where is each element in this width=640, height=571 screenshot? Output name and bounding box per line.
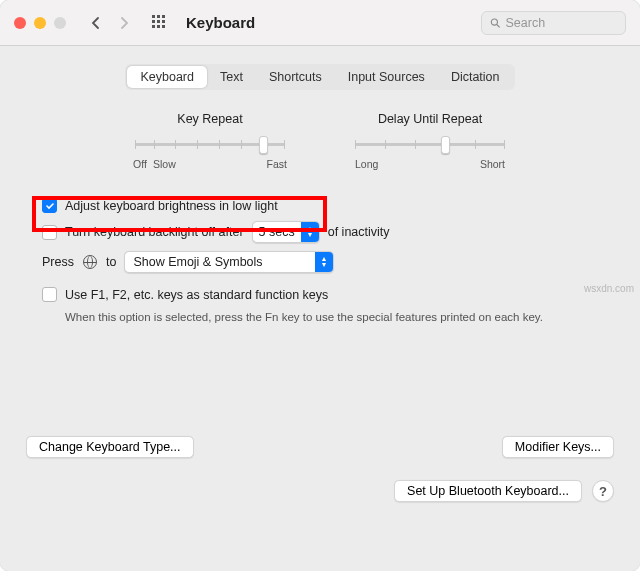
tick-off: Off (133, 158, 147, 170)
fn-keys-row: Use F1, F2, etc. keys as standard functi… (42, 287, 614, 302)
delay-repeat-label: Delay Until Repeat (378, 112, 482, 126)
backlight-off-label: Turn keyboard backlight off after (65, 225, 244, 239)
globe-action-value: Show Emoji & Symbols (125, 255, 270, 269)
page-title: Keyboard (186, 14, 255, 31)
tab-text[interactable]: Text (207, 66, 256, 88)
modifier-keys-button[interactable]: Modifier Keys... (502, 436, 614, 458)
setup-bluetooth-button[interactable]: Set Up Bluetooth Keyboard... (394, 480, 582, 502)
to-label: to (106, 255, 116, 269)
tick-fast: Fast (267, 158, 287, 170)
key-repeat-label: Key Repeat (177, 112, 242, 126)
tab-bar: Keyboard Text Shortcuts Input Sources Di… (26, 64, 614, 90)
search-input[interactable] (506, 16, 617, 30)
adjust-brightness-checkbox[interactable] (42, 198, 57, 213)
show-all-button[interactable] (148, 11, 172, 35)
key-repeat-slider[interactable] (135, 136, 285, 154)
fn-keys-label: Use F1, F2, etc. keys as standard functi… (65, 288, 328, 302)
backlight-duration-value: 5 secs (253, 225, 301, 239)
chevron-updown-icon: ▴▾ (301, 222, 319, 242)
backlight-off-checkbox[interactable] (42, 225, 57, 240)
watermark: wsxdn.com (584, 283, 634, 294)
press-label: Press (42, 255, 74, 269)
tab-dictation[interactable]: Dictation (438, 66, 513, 88)
sliders-row: Key Repeat Off Slow Fast Delay Until Rep… (26, 112, 614, 172)
tab-keyboard[interactable]: Keyboard (127, 66, 207, 88)
delay-repeat-group: Delay Until Repeat Long Short (355, 112, 505, 172)
tab-input-sources[interactable]: Input Sources (335, 66, 438, 88)
content-area: Keyboard Text Shortcuts Input Sources Di… (0, 46, 640, 520)
svg-line-1 (497, 24, 500, 27)
forward-button[interactable] (112, 11, 136, 35)
minimize-window-button[interactable] (34, 17, 46, 29)
tick-short: Short (480, 158, 505, 170)
key-repeat-group: Key Repeat Off Slow Fast (135, 112, 285, 172)
search-field[interactable] (481, 11, 626, 35)
svg-point-0 (491, 19, 497, 25)
fn-keys-description: When this option is selected, press the … (65, 310, 575, 326)
search-icon (490, 17, 501, 29)
keyboard-prefs-window: Keyboard Keyboard Text Shortcuts Input S… (0, 0, 640, 571)
globe-icon (83, 255, 97, 269)
titlebar: Keyboard (0, 0, 640, 46)
footer-row-2: Set Up Bluetooth Keyboard... ? (26, 480, 614, 502)
backlight-off-suffix: of inactivity (328, 225, 390, 239)
fn-keys-checkbox[interactable] (42, 287, 57, 302)
close-window-button[interactable] (14, 17, 26, 29)
grid-icon (152, 15, 168, 31)
window-controls (14, 17, 66, 29)
footer-row-1: Change Keyboard Type... Modifier Keys... (26, 436, 614, 458)
globe-action-dropdown[interactable]: Show Emoji & Symbols ▴▾ (124, 251, 334, 273)
back-button[interactable] (84, 11, 108, 35)
zoom-window-button[interactable] (54, 17, 66, 29)
delay-repeat-slider[interactable] (355, 136, 505, 154)
tick-long: Long (355, 158, 378, 170)
help-button[interactable]: ? (592, 480, 614, 502)
change-keyboard-type-button[interactable]: Change Keyboard Type... (26, 436, 194, 458)
backlight-off-row: Turn keyboard backlight off after 5 secs… (42, 221, 614, 243)
chevron-updown-icon: ▴▾ (315, 252, 333, 272)
tick-slow: Slow (153, 158, 176, 170)
adjust-brightness-label: Adjust keyboard brightness in low light (65, 199, 278, 213)
press-globe-row: Press to Show Emoji & Symbols ▴▾ (42, 251, 614, 273)
backlight-duration-dropdown[interactable]: 5 secs ▴▾ (252, 221, 320, 243)
tab-shortcuts[interactable]: Shortcuts (256, 66, 335, 88)
adjust-brightness-row: Adjust keyboard brightness in low light (42, 198, 614, 213)
